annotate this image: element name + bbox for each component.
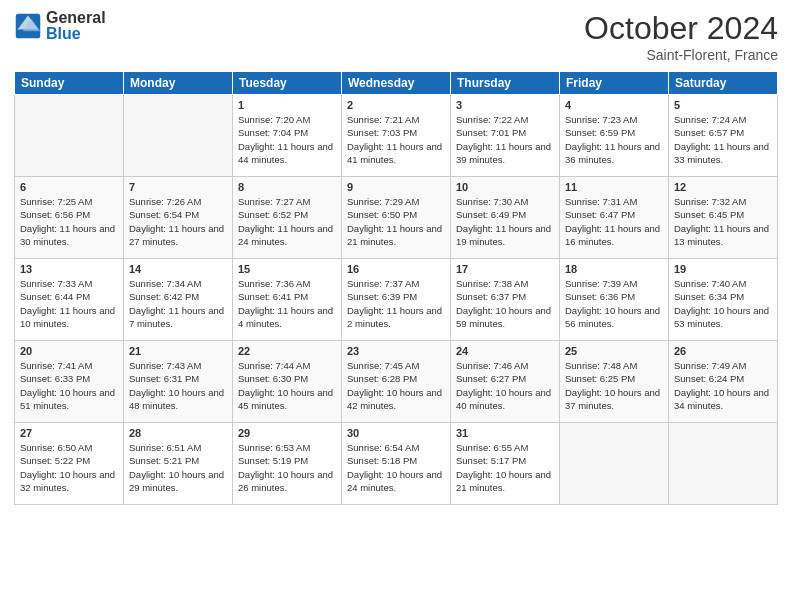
day-info: Sunrise: 7:30 AMSunset: 6:49 PMDaylight:… [456, 195, 554, 248]
day-number: 24 [456, 345, 554, 357]
day-info: Sunrise: 7:45 AMSunset: 6:28 PMDaylight:… [347, 359, 445, 412]
cell-w4-d0: 27Sunrise: 6:50 AMSunset: 5:22 PMDayligh… [15, 423, 124, 505]
cell-w1-d2: 8Sunrise: 7:27 AMSunset: 6:52 PMDaylight… [233, 177, 342, 259]
cell-w4-d3: 30Sunrise: 6:54 AMSunset: 5:18 PMDayligh… [342, 423, 451, 505]
location: Saint-Florent, France [584, 47, 778, 63]
day-number: 26 [674, 345, 772, 357]
day-number: 29 [238, 427, 336, 439]
day-info: Sunrise: 7:22 AMSunset: 7:01 PMDaylight:… [456, 113, 554, 166]
calendar-table: Sunday Monday Tuesday Wednesday Thursday… [14, 71, 778, 505]
cell-w4-d4: 31Sunrise: 6:55 AMSunset: 5:17 PMDayligh… [451, 423, 560, 505]
logo-text: General Blue [46, 10, 106, 42]
day-info: Sunrise: 6:53 AMSunset: 5:19 PMDaylight:… [238, 441, 336, 494]
day-number: 6 [20, 181, 118, 193]
day-number: 8 [238, 181, 336, 193]
day-info: Sunrise: 7:46 AMSunset: 6:27 PMDaylight:… [456, 359, 554, 412]
day-info: Sunrise: 6:55 AMSunset: 5:17 PMDaylight:… [456, 441, 554, 494]
day-info: Sunrise: 7:33 AMSunset: 6:44 PMDaylight:… [20, 277, 118, 330]
cell-w3-d2: 22Sunrise: 7:44 AMSunset: 6:30 PMDayligh… [233, 341, 342, 423]
day-number: 31 [456, 427, 554, 439]
header-wednesday: Wednesday [342, 72, 451, 95]
day-info: Sunrise: 7:24 AMSunset: 6:57 PMDaylight:… [674, 113, 772, 166]
cell-w2-d3: 16Sunrise: 7:37 AMSunset: 6:39 PMDayligh… [342, 259, 451, 341]
day-info: Sunrise: 6:51 AMSunset: 5:21 PMDaylight:… [129, 441, 227, 494]
week-row-2: 13Sunrise: 7:33 AMSunset: 6:44 PMDayligh… [15, 259, 778, 341]
day-number: 5 [674, 99, 772, 111]
day-number: 4 [565, 99, 663, 111]
cell-w2-d1: 14Sunrise: 7:34 AMSunset: 6:42 PMDayligh… [124, 259, 233, 341]
day-number: 2 [347, 99, 445, 111]
logo-icon [14, 12, 42, 40]
day-info: Sunrise: 6:54 AMSunset: 5:18 PMDaylight:… [347, 441, 445, 494]
cell-w3-d4: 24Sunrise: 7:46 AMSunset: 6:27 PMDayligh… [451, 341, 560, 423]
week-row-4: 27Sunrise: 6:50 AMSunset: 5:22 PMDayligh… [15, 423, 778, 505]
week-row-1: 6Sunrise: 7:25 AMSunset: 6:56 PMDaylight… [15, 177, 778, 259]
cell-w0-d0 [15, 95, 124, 177]
day-info: Sunrise: 7:43 AMSunset: 6:31 PMDaylight:… [129, 359, 227, 412]
day-number: 18 [565, 263, 663, 275]
cell-w0-d6: 5Sunrise: 7:24 AMSunset: 6:57 PMDaylight… [669, 95, 778, 177]
header-sunday: Sunday [15, 72, 124, 95]
cell-w4-d5 [560, 423, 669, 505]
day-info: Sunrise: 7:44 AMSunset: 6:30 PMDaylight:… [238, 359, 336, 412]
cell-w3-d6: 26Sunrise: 7:49 AMSunset: 6:24 PMDayligh… [669, 341, 778, 423]
day-info: Sunrise: 7:49 AMSunset: 6:24 PMDaylight:… [674, 359, 772, 412]
cell-w3-d5: 25Sunrise: 7:48 AMSunset: 6:25 PMDayligh… [560, 341, 669, 423]
day-number: 25 [565, 345, 663, 357]
day-number: 15 [238, 263, 336, 275]
day-info: Sunrise: 7:41 AMSunset: 6:33 PMDaylight:… [20, 359, 118, 412]
day-info: Sunrise: 7:31 AMSunset: 6:47 PMDaylight:… [565, 195, 663, 248]
day-info: Sunrise: 7:38 AMSunset: 6:37 PMDaylight:… [456, 277, 554, 330]
cell-w0-d5: 4Sunrise: 7:23 AMSunset: 6:59 PMDaylight… [560, 95, 669, 177]
day-number: 23 [347, 345, 445, 357]
week-row-0: 1Sunrise: 7:20 AMSunset: 7:04 PMDaylight… [15, 95, 778, 177]
cell-w3-d0: 20Sunrise: 7:41 AMSunset: 6:33 PMDayligh… [15, 341, 124, 423]
day-number: 10 [456, 181, 554, 193]
calendar-header: Sunday Monday Tuesday Wednesday Thursday… [15, 72, 778, 95]
month-title: October 2024 [584, 10, 778, 47]
day-number: 20 [20, 345, 118, 357]
week-row-3: 20Sunrise: 7:41 AMSunset: 6:33 PMDayligh… [15, 341, 778, 423]
cell-w0-d3: 2Sunrise: 7:21 AMSunset: 7:03 PMDaylight… [342, 95, 451, 177]
calendar-body: 1Sunrise: 7:20 AMSunset: 7:04 PMDaylight… [15, 95, 778, 505]
day-info: Sunrise: 7:20 AMSunset: 7:04 PMDaylight:… [238, 113, 336, 166]
day-number: 3 [456, 99, 554, 111]
cell-w3-d1: 21Sunrise: 7:43 AMSunset: 6:31 PMDayligh… [124, 341, 233, 423]
day-number: 21 [129, 345, 227, 357]
day-number: 9 [347, 181, 445, 193]
day-number: 27 [20, 427, 118, 439]
day-number: 30 [347, 427, 445, 439]
day-number: 16 [347, 263, 445, 275]
day-number: 12 [674, 181, 772, 193]
day-number: 22 [238, 345, 336, 357]
cell-w1-d5: 11Sunrise: 7:31 AMSunset: 6:47 PMDayligh… [560, 177, 669, 259]
cell-w1-d3: 9Sunrise: 7:29 AMSunset: 6:50 PMDaylight… [342, 177, 451, 259]
day-info: Sunrise: 7:27 AMSunset: 6:52 PMDaylight:… [238, 195, 336, 248]
header-thursday: Thursday [451, 72, 560, 95]
cell-w4-d2: 29Sunrise: 6:53 AMSunset: 5:19 PMDayligh… [233, 423, 342, 505]
header: General Blue October 2024 Saint-Florent,… [14, 10, 778, 63]
day-info: Sunrise: 6:50 AMSunset: 5:22 PMDaylight:… [20, 441, 118, 494]
day-number: 11 [565, 181, 663, 193]
day-info: Sunrise: 7:25 AMSunset: 6:56 PMDaylight:… [20, 195, 118, 248]
day-number: 19 [674, 263, 772, 275]
day-number: 7 [129, 181, 227, 193]
day-info: Sunrise: 7:32 AMSunset: 6:45 PMDaylight:… [674, 195, 772, 248]
day-number: 14 [129, 263, 227, 275]
page: General Blue October 2024 Saint-Florent,… [0, 0, 792, 612]
cell-w1-d4: 10Sunrise: 7:30 AMSunset: 6:49 PMDayligh… [451, 177, 560, 259]
day-number: 13 [20, 263, 118, 275]
cell-w4-d1: 28Sunrise: 6:51 AMSunset: 5:21 PMDayligh… [124, 423, 233, 505]
day-info: Sunrise: 7:26 AMSunset: 6:54 PMDaylight:… [129, 195, 227, 248]
logo-blue: Blue [46, 26, 106, 42]
cell-w1-d0: 6Sunrise: 7:25 AMSunset: 6:56 PMDaylight… [15, 177, 124, 259]
day-info: Sunrise: 7:37 AMSunset: 6:39 PMDaylight:… [347, 277, 445, 330]
header-tuesday: Tuesday [233, 72, 342, 95]
cell-w2-d5: 18Sunrise: 7:39 AMSunset: 6:36 PMDayligh… [560, 259, 669, 341]
day-info: Sunrise: 7:48 AMSunset: 6:25 PMDaylight:… [565, 359, 663, 412]
cell-w0-d2: 1Sunrise: 7:20 AMSunset: 7:04 PMDaylight… [233, 95, 342, 177]
header-monday: Monday [124, 72, 233, 95]
day-info: Sunrise: 7:23 AMSunset: 6:59 PMDaylight:… [565, 113, 663, 166]
day-number: 17 [456, 263, 554, 275]
title-area: October 2024 Saint-Florent, France [584, 10, 778, 63]
